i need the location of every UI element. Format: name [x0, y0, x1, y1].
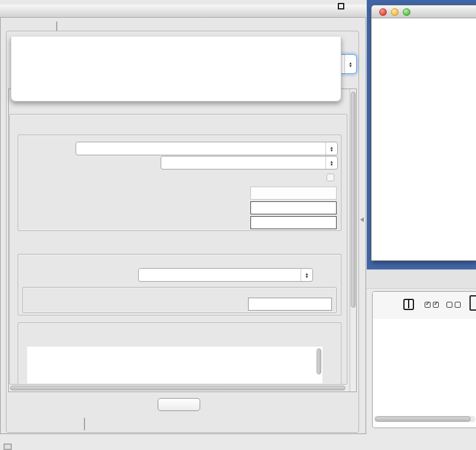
- panel-resize-handle-icon[interactable]: [360, 217, 364, 222]
- control-panel-titlebar: [0, 5, 366, 18]
- node-table-panel: [372, 291, 476, 428]
- mi-type-combo[interactable]: ▲▼: [161, 156, 338, 169]
- network-window-titlebar: [371, 5, 476, 18]
- deselect-all-icon[interactable]: [446, 302, 461, 308]
- zoom-traffic-light-icon[interactable]: [403, 8, 410, 16]
- table-scrollbar-thumb[interactable]: [375, 416, 471, 422]
- select-all-icon[interactable]: [425, 302, 439, 308]
- table-horizontal-scrollbar[interactable]: [374, 416, 475, 422]
- horizontal-scrollbar-thumb[interactable]: [10, 386, 345, 390]
- algorithm-dropdown-popup: [11, 37, 341, 102]
- minimize-traffic-light-icon[interactable]: [391, 8, 399, 16]
- list-scrollbar-thumb[interactable]: [317, 348, 321, 374]
- combo-stepper-icon: ▲▼: [344, 55, 356, 73]
- mi-steps-field[interactable]: [250, 216, 337, 229]
- combo-stepper-icon: ▲▼: [325, 142, 337, 155]
- table-header-row: [373, 319, 476, 332]
- bottom-tab-bar: [84, 418, 85, 431]
- table-panel-titlebar: [367, 269, 476, 289]
- which-threshold-combo[interactable]: ▲▼: [138, 268, 313, 282]
- mi-threshold-field[interactable]: [248, 298, 332, 311]
- network-view-window[interactable]: [371, 5, 476, 261]
- close-traffic-light-icon[interactable]: [379, 8, 387, 16]
- minimized-panel-icon[interactable]: [4, 444, 12, 450]
- combo-stepper-icon: ▲▼: [301, 269, 312, 281]
- hub-definition-expander[interactable]: [22, 235, 27, 244]
- apply-button[interactable]: [158, 398, 200, 411]
- float-window-icon[interactable]: [338, 3, 344, 9]
- horizontal-scrollbar[interactable]: [9, 385, 348, 392]
- manual-kernel-checkbox[interactable]: [327, 174, 334, 181]
- kernel-width-field[interactable]: [250, 187, 337, 200]
- network-canvas[interactable]: [371, 18, 476, 261]
- table-rows: [373, 332, 476, 415]
- vertical-scrollbar[interactable]: [350, 89, 356, 392]
- table-toolbar: [373, 292, 476, 319]
- columns-icon[interactable]: [403, 299, 414, 310]
- vertical-scrollbar-thumb[interactable]: [351, 92, 356, 308]
- page-icon[interactable]: [470, 295, 476, 311]
- combo-stepper-icon: ▲▼: [325, 156, 337, 169]
- dropdown-placeholder: [11, 38, 341, 47]
- data-attributes-list[interactable]: [27, 347, 322, 384]
- dpi-tolerance-field[interactable]: [250, 201, 337, 214]
- aracne-mode-combo[interactable]: ▲▼: [76, 142, 338, 155]
